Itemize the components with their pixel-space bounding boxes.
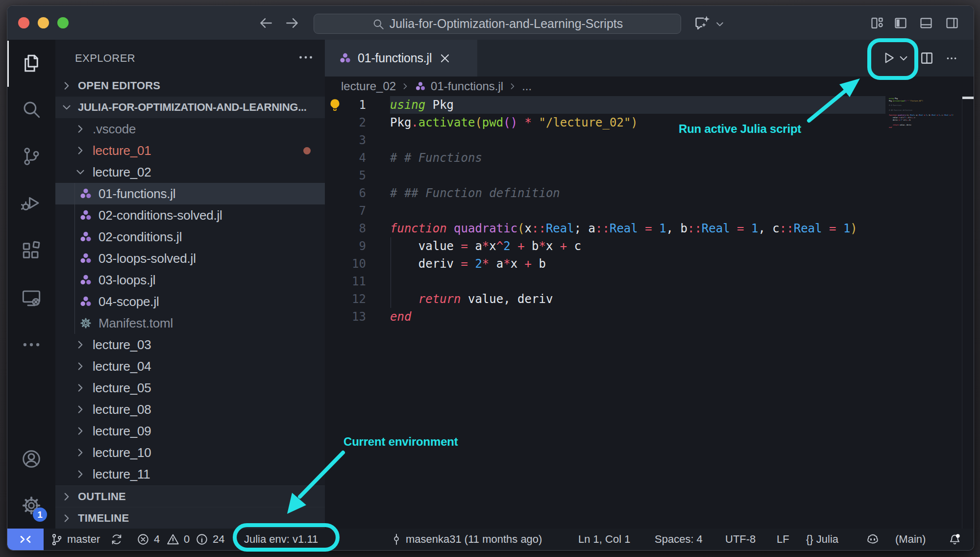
tree-item-lecture-01[interactable]: lecture_01 <box>55 140 325 161</box>
tree-item-lecture-08[interactable]: lecture_08 <box>55 399 325 420</box>
indentation-label: Spaces: 4 <box>655 533 703 546</box>
close-window-button[interactable] <box>18 17 29 28</box>
activity-item-extensions[interactable] <box>7 227 55 274</box>
minimap-line-2: Pkg.activate(pwd() * "/lecture_02") <box>889 100 899 102</box>
minimize-window-button[interactable] <box>38 17 49 28</box>
tree-item-lecture-09[interactable]: lecture_09 <box>55 420 325 442</box>
activity-item-more[interactable] <box>7 321 55 368</box>
tree-item-lecture-05[interactable]: lecture_05 <box>55 377 325 399</box>
activity-item-run-debug[interactable] <box>7 179 55 227</box>
copilot-chat-icon[interactable] <box>693 14 712 33</box>
tree-item-open-editors[interactable]: OPEN EDITORS <box>55 75 325 97</box>
customize-layout-icon[interactable] <box>870 16 884 30</box>
activity-item-remote-explorer[interactable] <box>7 274 55 321</box>
breadcrumb-item[interactable]: 01-functions.jl <box>431 79 503 93</box>
tree-label: lecture_09 <box>93 424 151 439</box>
copilot-status[interactable] <box>866 529 880 550</box>
code-token-comment: # # Functions <box>390 151 482 165</box>
forward-arrow-icon[interactable] <box>284 15 300 31</box>
code-token-plain <box>652 222 659 235</box>
tree-label: lecture_10 <box>93 445 151 460</box>
problems[interactable]: 4 <box>137 529 160 550</box>
toggle-panel-icon[interactable] <box>919 16 933 30</box>
minimap-line-6: # ## Function definition <box>889 109 899 112</box>
toggle-primary-sidebar-icon[interactable] <box>894 16 907 30</box>
section-label: OUTLINE <box>78 490 126 503</box>
activity-item-source-control[interactable] <box>7 133 55 180</box>
code-token-plain: x <box>489 239 496 253</box>
code-token-plain: b <box>525 239 539 253</box>
code-token-plain <box>744 222 751 235</box>
back-arrow-icon[interactable] <box>258 15 274 31</box>
julia-file-icon <box>79 187 93 201</box>
tree-item-lecture-02[interactable]: lecture_02 <box>55 161 325 183</box>
chevron-right-icon <box>74 381 87 394</box>
code-token-plain: c <box>913 117 915 119</box>
remote-indicator[interactable] <box>7 529 44 550</box>
tree-item-lecture-11[interactable]: lecture_11 <box>55 463 325 485</box>
modified-dot-badge <box>303 147 311 154</box>
chevron-right-icon <box>74 338 87 351</box>
tree-file-04-scope-jl[interactable]: 04-scope.jl <box>55 291 325 312</box>
activity-item-settings[interactable]: 1 <box>7 482 55 529</box>
git-blame[interactable]: masenka31 (11 months ago) <box>390 529 542 550</box>
toggle-secondary-sidebar-icon[interactable] <box>945 16 959 30</box>
code-token-op: + <box>560 239 567 253</box>
code-line-7 <box>390 202 858 220</box>
tab-close-icon[interactable] <box>439 52 451 65</box>
editor-more-actions-icon[interactable] <box>944 52 959 65</box>
code-editor[interactable]: 12345678910111213 using PkgPkg.activate(… <box>325 96 974 529</box>
zoom-window-button[interactable] <box>57 17 69 28</box>
problems-infos[interactable]: 24 <box>196 529 224 550</box>
breadcrumb-item[interactable]: lecture_02 <box>341 79 396 93</box>
tree-file-manifest-toml[interactable]: Manifest.toml <box>55 312 325 334</box>
activity-item-explorer[interactable] <box>7 40 55 87</box>
tree-file-01-functions-jl[interactable]: 01-functions.jl <box>55 183 325 204</box>
tree-item-lecture-03[interactable]: lecture_03 <box>55 334 325 355</box>
code-token-plain: value <box>889 117 899 119</box>
tree-label: 02-conditions-solved.jl <box>98 208 222 223</box>
tree-item--vscode[interactable]: .vscode <box>55 118 325 140</box>
code-token-fn: activate <box>893 100 901 102</box>
sidebar-section-outline[interactable]: OUTLINE <box>55 485 325 507</box>
code-token-op: + <box>525 257 532 271</box>
tab-01-functions[interactable]: 01-functions.jl <box>325 40 477 76</box>
copilot-dropdown-chevron-icon[interactable] <box>715 19 725 29</box>
code-token-kw: end <box>390 310 411 324</box>
minimap[interactable]: using PkgPkg.activate(pwd() * "/lecture_… <box>889 97 960 195</box>
vscode-window: Julia-for-Optimization-and-Learning-Scri… <box>7 5 974 551</box>
code-token-plain <box>532 116 539 129</box>
notifications-bell[interactable] <box>948 529 961 550</box>
tree-file-03-loops-jl[interactable]: 03-loops.jl <box>55 269 325 291</box>
tree-item-julia-for-optimization-and-learning-[interactable]: JULIA-FOR-OPTIMIZATION-AND-LEARNING... <box>55 97 325 118</box>
breadcrumb-item[interactable]: ... <box>522 79 532 93</box>
code-token-op: :: <box>780 222 794 235</box>
explorer-more-actions-icon[interactable] <box>297 49 315 66</box>
indentation[interactable]: Spaces: 4 <box>655 529 703 550</box>
command-center-search[interactable]: Julia-for-Optimization-and-Learning-Scri… <box>314 14 681 34</box>
tree-file-03-loops-solved-jl[interactable]: 03-loops-solved.jl <box>55 248 325 269</box>
window-profile[interactable]: (Main) <box>895 529 926 550</box>
line-number: 6 <box>325 184 366 202</box>
sync-changes[interactable] <box>110 529 123 550</box>
activity-item-accounts[interactable] <box>7 435 55 482</box>
encoding[interactable]: UTF-8 <box>725 529 756 550</box>
tree-label: .vscode <box>93 122 136 137</box>
activity-item-search[interactable] <box>7 86 55 133</box>
language-mode[interactable]: {} Julia <box>806 529 838 550</box>
cursor-position[interactable]: Ln 1, Col 1 <box>578 529 630 550</box>
code-line-10: deriv = 2* a*x + b <box>390 255 858 273</box>
code-indent-guide <box>391 237 391 308</box>
split-editor-icon[interactable] <box>920 51 934 65</box>
tree-item-lecture-10[interactable]: lecture_10 <box>55 442 325 463</box>
tree-label: lecture_08 <box>93 402 151 417</box>
code-token-br1: ( <box>517 222 524 235</box>
problems-warnings[interactable]: 0 <box>167 529 190 550</box>
tree-file-02-conditions-jl[interactable]: 02-conditions.jl <box>55 226 325 248</box>
code-token-br1: ) <box>953 114 954 116</box>
tree-item-lecture-04[interactable]: lecture_04 <box>55 355 325 377</box>
eol-sequence[interactable]: LF <box>777 529 789 550</box>
tree-file-02-conditions-solved-jl[interactable]: 02-conditions-solved.jl <box>55 204 325 226</box>
line-number: 9 <box>325 237 366 255</box>
git-branch[interactable]: master <box>50 529 100 550</box>
